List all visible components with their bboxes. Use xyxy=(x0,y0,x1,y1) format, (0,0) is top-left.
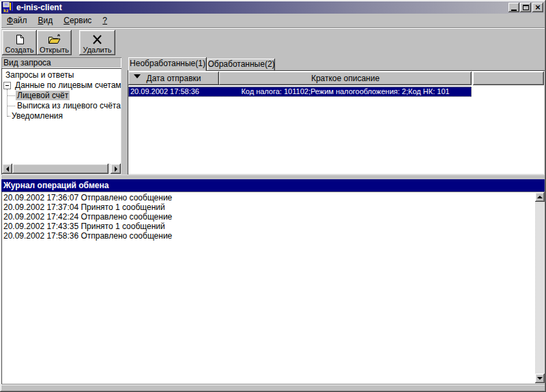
scroll-right-button[interactable] xyxy=(111,164,121,174)
table-header-description[interactable]: Краткое описание xyxy=(219,72,472,85)
tree-item-label: Запросы и ответы xyxy=(4,70,75,80)
menu-view[interactable]: Вид xyxy=(33,14,59,27)
delete-button[interactable]: Удалить xyxy=(79,30,115,55)
tree-item-label: Уведомления xyxy=(10,111,64,121)
tree-item-label: Данные по лицевым счетам xyxy=(14,80,121,90)
tree-collapse-icon[interactable] xyxy=(3,82,11,89)
tab-unprocessed[interactable]: Необработанные(1) xyxy=(128,57,207,71)
tree-horizontal-scrollbar xyxy=(2,164,121,174)
open-folder-icon xyxy=(48,33,61,46)
tree-connector-line xyxy=(8,106,15,106)
table-row-selected[interactable]: 20.09.2002 17:58:36 Код налога: 101102;Р… xyxy=(128,87,472,97)
journal-entry: 20.09.2002 17:42:24 Отправлено сообщение xyxy=(3,212,534,222)
delete-x-icon xyxy=(92,33,103,46)
up-arrow-icon xyxy=(537,193,543,198)
app-window: kz e-inis-client × Файл Вид Сервис ? Соз… xyxy=(0,0,546,392)
maximize-button[interactable] xyxy=(520,3,531,12)
message-grid: Дата отправки Краткое описание 20.09.200… xyxy=(128,70,545,175)
right-arrow-icon xyxy=(115,166,120,172)
minus-glyph xyxy=(5,85,9,86)
window-title: e-inis-client xyxy=(16,3,508,12)
tree-item-notifications[interactable]: Уведомления xyxy=(10,111,64,121)
journal-log: 20.09.2002 17:36:07 Отправлено сообщение… xyxy=(1,192,545,384)
panel-splitter[interactable] xyxy=(121,57,128,175)
tree-item-requests-and-answers[interactable]: Запросы и ответы xyxy=(4,70,75,80)
table-header-label: Дата отправки xyxy=(147,74,201,83)
table-header-label: Краткое описание xyxy=(311,74,379,83)
menu-help[interactable]: ? xyxy=(97,14,113,27)
table-header-empty[interactable] xyxy=(473,72,544,85)
minimize-icon xyxy=(511,10,517,11)
title-bar: kz e-inis-client × xyxy=(1,1,545,14)
table-header-date[interactable]: Дата отправки xyxy=(128,72,219,85)
tree-item-personal-account[interactable]: Лицевой счёт xyxy=(16,91,70,101)
create-button-label: Создать xyxy=(5,46,34,54)
journal-header: Журнал операций обмена xyxy=(1,179,545,192)
open-button-label: Открыть xyxy=(40,46,69,54)
cell-description: Код налога: 101102;Режим налогообложения… xyxy=(219,87,472,97)
journal-entries: 20.09.2002 17:36:07 Отправлено сообщение… xyxy=(3,193,534,241)
scroll-left-button[interactable] xyxy=(2,164,12,174)
journal-entry: 20.09.2002 17:58:36 Отправлено сообщение xyxy=(3,231,534,241)
cell-send-date: 20.09.2002 17:58:36 xyxy=(128,87,219,97)
tree-item-personal-accounts-data[interactable]: Данные по лицевым счетам xyxy=(1,80,121,91)
left-arrow-icon xyxy=(3,166,9,172)
journal-entry: 20.09.2002 17:36:07 Отправлено сообщение xyxy=(3,193,534,202)
bottom-frame xyxy=(1,384,545,391)
tab-processed[interactable]: Обработанные(2) xyxy=(207,59,275,70)
tree-connector-line xyxy=(8,95,15,96)
open-button[interactable]: Открыть xyxy=(37,30,72,55)
journal-entry: 20.09.2002 17:43:35 Принято 1 сообщений xyxy=(3,222,534,231)
create-button[interactable]: Создать xyxy=(2,30,37,55)
new-document-icon xyxy=(14,33,25,46)
tree-item-label-selected: Лицевой счёт xyxy=(16,91,70,100)
tree-item-account-statement[interactable]: Выписка из лицевого счёта xyxy=(16,101,121,111)
tree-connector-line xyxy=(7,89,8,117)
down-arrow-icon xyxy=(537,377,543,382)
maximize-icon xyxy=(523,5,529,10)
scroll-down-button[interactable] xyxy=(535,374,545,383)
delete-button-label: Удалить xyxy=(83,46,112,54)
journal-entry: 20.09.2002 17:37:04 Принято 1 сообщений xyxy=(3,202,534,212)
menu-file[interactable]: Файл xyxy=(1,14,33,27)
svg-text:kz: kz xyxy=(3,8,9,13)
toolbar: Создать Открыть Удалить xyxy=(1,29,545,57)
close-icon: × xyxy=(535,3,541,12)
journal-vertical-scrollbar xyxy=(535,192,545,383)
sort-down-arrow-icon xyxy=(134,74,141,82)
tree-item-label: Выписка из лицевого счёта xyxy=(16,101,121,110)
menu-bar: Файл Вид Сервис ? xyxy=(1,14,545,27)
menu-service[interactable]: Сервис xyxy=(58,14,97,27)
minimize-button[interactable] xyxy=(508,3,519,12)
close-button[interactable]: × xyxy=(532,3,543,12)
scrollbar-track[interactable] xyxy=(535,202,545,374)
journal-splitter[interactable] xyxy=(1,175,545,179)
scrollbar-thumb[interactable] xyxy=(12,164,109,174)
scroll-up-button[interactable] xyxy=(535,192,545,202)
app-icon[interactable]: kz xyxy=(3,2,14,13)
request-tree: Запросы и ответы Данные по лицевым счета… xyxy=(1,68,121,175)
request-panel-header: Вид запроса xyxy=(1,57,121,68)
